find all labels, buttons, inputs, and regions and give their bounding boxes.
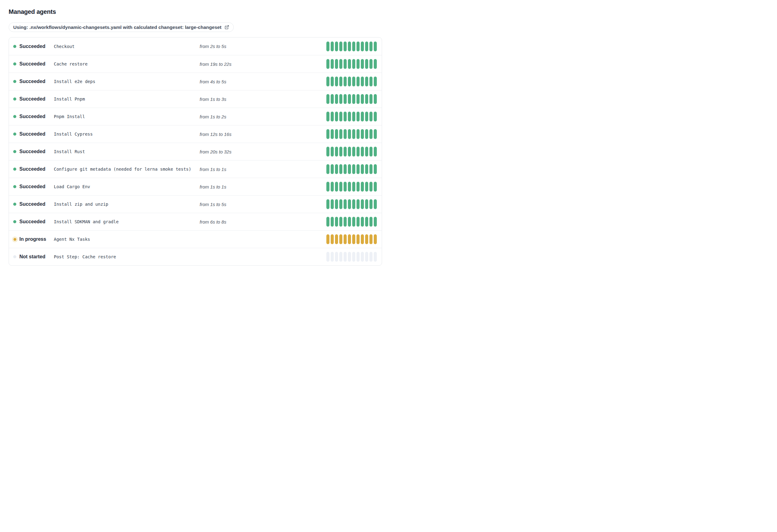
progress-segment <box>331 94 334 104</box>
progress-segment <box>344 77 347 87</box>
progress-segment <box>339 59 342 69</box>
progress-segment <box>344 94 347 104</box>
progress-segment <box>344 41 347 51</box>
progress-segment <box>356 164 360 174</box>
progress-segment <box>365 164 368 174</box>
workflow-banner-link[interactable]: Using: .nx/workflows/dynamic-changesets.… <box>9 22 234 32</box>
step-row[interactable]: Succeeded Configure git metadata (needed… <box>9 160 382 178</box>
progress-segment <box>331 252 334 262</box>
progress-segment <box>374 112 377 121</box>
progress-segment <box>339 164 342 174</box>
step-duration: from 4s to 5s <box>200 79 326 84</box>
progress-segment <box>361 199 364 209</box>
step-duration: from 12s to 16s <box>200 132 326 137</box>
progress-segment <box>374 129 377 139</box>
progress-segment <box>339 77 342 87</box>
progress-segment <box>344 199 347 209</box>
progress-segment <box>361 252 364 262</box>
status-label: Succeeded <box>19 114 45 119</box>
status-label: Succeeded <box>19 61 45 67</box>
status-dot <box>13 80 16 83</box>
status-label: Not started <box>19 254 45 260</box>
progress-segment <box>365 147 368 156</box>
progress-segment <box>352 112 355 121</box>
step-row[interactable]: Succeeded Install Rust from 20s to 32s <box>9 143 382 160</box>
progress-segment <box>374 252 377 262</box>
status-label: Succeeded <box>19 219 45 225</box>
status-cell: Succeeded <box>13 44 54 49</box>
progress-segment <box>331 112 334 121</box>
step-duration: from 1s to 3s <box>200 97 326 102</box>
progress-segment <box>326 252 329 262</box>
progress-segment <box>365 217 368 227</box>
progress-segment <box>369 164 372 174</box>
step-duration: from 1s to 2s <box>200 114 326 119</box>
progress-segment <box>365 77 368 87</box>
status-cell: Succeeded <box>13 149 54 154</box>
progress-segment <box>331 77 334 87</box>
progress-segment <box>365 252 368 262</box>
step-row[interactable]: Succeeded Load Cargo Env from 1s to 1s <box>9 178 382 195</box>
step-row[interactable]: Succeeded Checkout from 2s to 5s <box>9 37 382 55</box>
status-label: Succeeded <box>19 96 45 102</box>
status-cell: In progress <box>13 237 54 242</box>
progress-segment <box>365 59 368 69</box>
progress-segment <box>335 129 338 139</box>
progress-segment <box>339 94 342 104</box>
agent-progress-bars <box>326 94 377 104</box>
progress-segment <box>348 182 351 191</box>
progress-segment <box>335 252 338 262</box>
progress-segment <box>335 182 338 191</box>
step-name: Agent Nx Tasks <box>54 237 200 242</box>
progress-segment <box>369 217 372 227</box>
agent-progress-bars <box>326 129 377 139</box>
progress-segment <box>335 164 338 174</box>
progress-segment <box>352 129 355 139</box>
managed-agents-page: Managed agents Using: .nx/workflows/dyna… <box>0 0 388 266</box>
progress-segment <box>331 41 334 51</box>
agent-progress-bars <box>326 234 377 244</box>
progress-segment <box>348 94 351 104</box>
progress-segment <box>352 234 355 244</box>
progress-segment <box>365 129 368 139</box>
progress-segment <box>335 94 338 104</box>
progress-segment <box>361 112 364 121</box>
step-row[interactable]: Succeeded Install Pnpm from 1s to 3s <box>9 90 382 108</box>
step-row[interactable]: Succeeded Pnpm Install from 1s to 2s <box>9 108 382 125</box>
progress-segment <box>348 129 351 139</box>
progress-segment <box>352 147 355 156</box>
progress-segment <box>361 182 364 191</box>
status-label: Succeeded <box>19 202 45 207</box>
step-row[interactable]: Succeeded Install SDKMAN and gradle from… <box>9 213 382 230</box>
status-dot <box>13 203 16 206</box>
progress-segment <box>356 147 360 156</box>
step-row[interactable]: In progress Agent Nx Tasks <box>9 230 382 248</box>
status-label: Succeeded <box>19 149 45 154</box>
progress-segment <box>369 129 372 139</box>
progress-segment <box>369 94 372 104</box>
step-name: Install Pnpm <box>54 97 200 102</box>
workflow-banner-text: Using: .nx/workflows/dynamic-changesets.… <box>13 25 221 30</box>
agent-progress-bars <box>326 112 377 121</box>
step-row[interactable]: Succeeded Install e2e deps from 4s to 5s <box>9 73 382 90</box>
progress-segment <box>339 147 342 156</box>
progress-segment <box>361 129 364 139</box>
step-name: Checkout <box>54 44 200 49</box>
progress-segment <box>344 182 347 191</box>
progress-segment <box>344 164 347 174</box>
progress-segment <box>356 59 360 69</box>
progress-segment <box>339 129 342 139</box>
progress-segment <box>369 112 372 121</box>
progress-segment <box>335 234 338 244</box>
progress-segment <box>352 164 355 174</box>
step-row[interactable]: Succeeded Install Cypress from 12s to 16… <box>9 125 382 143</box>
progress-segment <box>369 41 372 51</box>
step-row[interactable]: Not started Post Step: Cache restore <box>9 248 382 265</box>
status-dot <box>13 220 16 223</box>
step-name: Configure git metadata (needed for lerna… <box>54 167 200 171</box>
step-row[interactable]: Succeeded Install zip and unzip from 1s … <box>9 195 382 213</box>
step-row[interactable]: Succeeded Cache restore from 19s to 22s <box>9 55 382 73</box>
progress-segment <box>335 199 338 209</box>
agent-progress-bars <box>326 182 377 191</box>
progress-segment <box>356 41 360 51</box>
